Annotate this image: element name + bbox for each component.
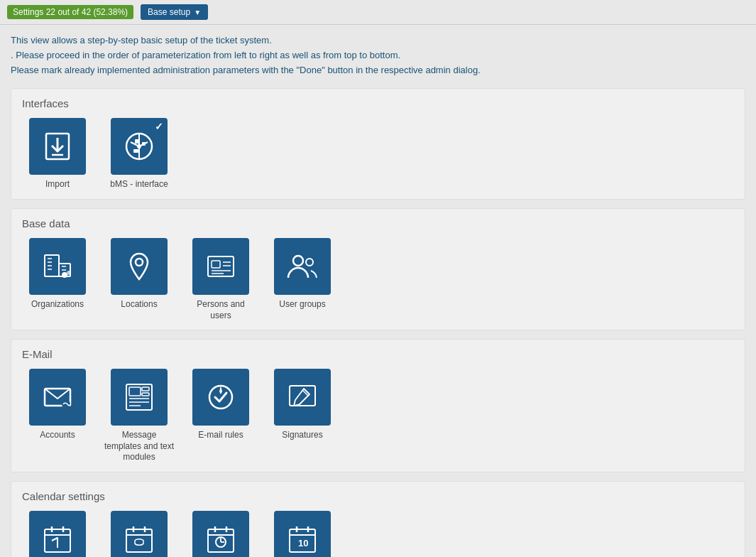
email-section: E-Mail Accounts bbox=[11, 339, 745, 472]
svg-rect-11 bbox=[133, 149, 138, 153]
persons-icon-box bbox=[192, 238, 249, 295]
import-icon bbox=[39, 128, 76, 165]
organizations-item[interactable]: Organizations bbox=[22, 238, 93, 321]
svg-rect-10 bbox=[142, 142, 146, 146]
svg-rect-41 bbox=[290, 386, 315, 406]
calendar3-icon-box bbox=[192, 511, 249, 557]
svg-rect-9 bbox=[135, 139, 139, 144]
bms-icon bbox=[121, 128, 158, 165]
emailrules-icon bbox=[202, 379, 239, 416]
calendar-section: Calendar settings bbox=[11, 481, 745, 557]
organizations-label: Organizations bbox=[31, 299, 84, 310]
calendar4-icon-box: 10 bbox=[274, 511, 331, 557]
svg-point-8 bbox=[137, 144, 141, 148]
signatures-icon bbox=[284, 379, 321, 416]
interfaces-section: Interfaces Import bbox=[11, 88, 745, 200]
calendar1-icon-box bbox=[29, 511, 86, 557]
emailrules-icon-box bbox=[192, 369, 249, 426]
svg-point-30 bbox=[306, 259, 313, 266]
calendar-icons-row: 10 bbox=[22, 511, 734, 557]
svg-rect-34 bbox=[129, 387, 141, 396]
calendar2-icon bbox=[121, 521, 158, 557]
accounts-item[interactable]: Accounts bbox=[22, 369, 93, 463]
base-data-icons-row: Organizations Locations bbox=[22, 238, 734, 321]
base-setup-button[interactable]: Base setup ▼ bbox=[141, 4, 208, 20]
calendar3-icon bbox=[202, 521, 239, 557]
svg-point-21 bbox=[67, 271, 71, 275]
intro-line1: This view allows a step-by-step basic se… bbox=[11, 33, 745, 48]
usergroups-icon-box bbox=[274, 238, 331, 295]
calendar1-item[interactable] bbox=[22, 511, 93, 557]
message-templates-item[interactable]: Message templates and text modules bbox=[104, 369, 175, 463]
accounts-label: Accounts bbox=[40, 430, 75, 441]
accounts-icon bbox=[39, 379, 76, 416]
base-data-section: Base data bbox=[11, 208, 745, 330]
svg-point-20 bbox=[62, 272, 67, 278]
import-label: Import bbox=[45, 179, 70, 190]
signatures-item[interactable]: Signatures bbox=[267, 369, 338, 463]
base-data-title: Base data bbox=[22, 217, 734, 229]
bms-label: bMS - interface bbox=[110, 179, 168, 190]
templates-icon-box bbox=[111, 369, 168, 426]
svg-point-22 bbox=[136, 259, 143, 266]
persons-label: Persons and users bbox=[185, 299, 256, 321]
intro-line2: . Please proceed in the order of paramet… bbox=[11, 48, 745, 63]
locations-label: Locations bbox=[121, 299, 157, 310]
calendar3-item[interactable] bbox=[185, 511, 256, 557]
svg-rect-35 bbox=[142, 387, 149, 391]
email-icons-row: Accounts Message templates and text modu… bbox=[22, 369, 734, 463]
intro-line3: Please mark already implemented administ… bbox=[11, 63, 745, 78]
organizations-icon bbox=[39, 248, 76, 285]
bms-interface-item[interactable]: bMS - interface bbox=[104, 118, 175, 190]
main-content: This view allows a step-by-step basic se… bbox=[0, 25, 756, 557]
calendar2-icon-box bbox=[111, 511, 168, 557]
signatures-icon-box bbox=[274, 369, 331, 426]
locations-item[interactable]: Locations bbox=[104, 238, 175, 321]
svg-point-32 bbox=[62, 400, 70, 409]
organizations-icon-box bbox=[29, 238, 86, 295]
svg-point-29 bbox=[293, 256, 303, 266]
calendar1-icon bbox=[39, 521, 76, 557]
user-groups-label: User groups bbox=[279, 299, 325, 310]
base-setup-label: Base setup bbox=[148, 7, 190, 17]
usergroups-icon bbox=[284, 248, 321, 285]
locations-icon-box bbox=[111, 238, 168, 295]
calendar2-item[interactable] bbox=[104, 511, 175, 557]
email-rules-label: E-mail rules bbox=[198, 430, 243, 441]
email-title: E-Mail bbox=[22, 348, 734, 360]
import-item[interactable]: Import bbox=[22, 118, 93, 190]
intro-section: This view allows a step-by-step basic se… bbox=[11, 33, 745, 77]
svg-rect-48 bbox=[126, 529, 152, 552]
message-templates-label: Message templates and text modules bbox=[104, 430, 175, 463]
svg-rect-36 bbox=[142, 393, 149, 396]
calendar4-icon: 10 bbox=[284, 521, 321, 557]
user-groups-item[interactable]: User groups bbox=[267, 238, 338, 321]
top-bar: Settings 22 out of 42 (52.38%) Base setu… bbox=[0, 0, 756, 25]
locations-icon bbox=[121, 248, 158, 285]
calendar4-item[interactable]: 10 bbox=[267, 511, 338, 557]
accounts-icon-box bbox=[29, 369, 86, 426]
dropdown-arrow-icon: ▼ bbox=[194, 9, 201, 16]
calendar-title: Calendar settings bbox=[22, 490, 734, 502]
signatures-label: Signatures bbox=[282, 430, 322, 441]
interfaces-title: Interfaces bbox=[22, 97, 734, 109]
persons-users-item[interactable]: Persons and users bbox=[185, 238, 256, 321]
settings-badge: Settings 22 out of 42 (52.38%) bbox=[7, 5, 133, 19]
svg-rect-24 bbox=[212, 261, 220, 268]
svg-text:10: 10 bbox=[298, 538, 308, 548]
bms-icon-box bbox=[111, 118, 168, 175]
import-icon-box bbox=[29, 118, 86, 175]
templates-icon bbox=[121, 379, 158, 416]
interfaces-icons-row: Import bMS - interfa bbox=[22, 118, 734, 190]
email-rules-item[interactable]: E-mail rules bbox=[185, 369, 256, 463]
persons-icon bbox=[202, 248, 239, 285]
